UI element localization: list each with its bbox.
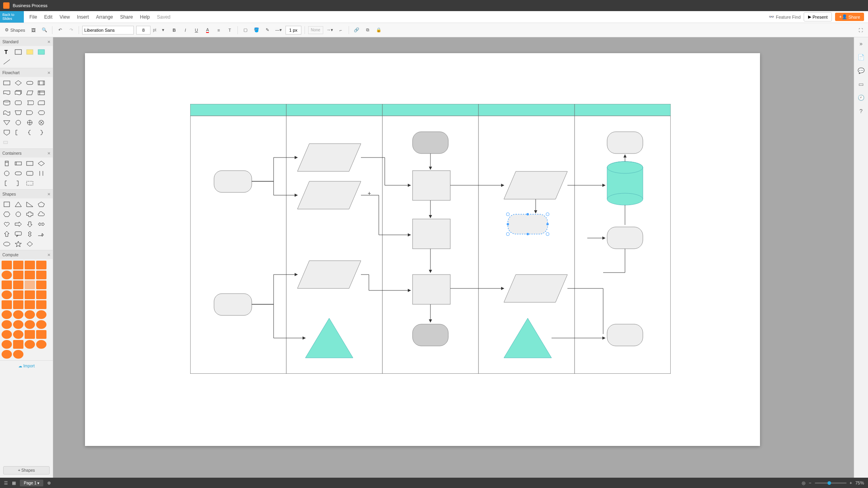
- block-tool[interactable]: [36, 48, 46, 56]
- offpage-shape[interactable]: [2, 128, 12, 137]
- compute-shape-32[interactable]: [36, 330, 46, 339]
- sum-shape[interactable]: [36, 118, 46, 127]
- compute-shape-25[interactable]: [2, 320, 12, 329]
- container-circle[interactable]: [2, 169, 12, 178]
- merge-shape[interactable]: [2, 118, 12, 127]
- import-button[interactable]: ☁ Import: [0, 361, 53, 371]
- compute-shape-36[interactable]: [36, 340, 46, 349]
- compute-shape-34[interactable]: [13, 340, 23, 349]
- compute-shape-38[interactable]: [13, 350, 23, 359]
- add-shapes-button[interactable]: + Shapes: [3, 466, 50, 475]
- swimlane-v[interactable]: [2, 159, 12, 168]
- back-to-slides-button[interactable]: Back to Slides: [0, 11, 24, 23]
- compute-shape-12[interactable]: [36, 281, 46, 289]
- close-icon[interactable]: ✕: [47, 253, 50, 257]
- double-arrow-shape[interactable]: [36, 220, 46, 229]
- compute-shape-26[interactable]: [13, 320, 23, 329]
- container-bracket-r[interactable]: [13, 179, 23, 188]
- compute-shape-2[interactable]: [13, 261, 23, 269]
- note-shape[interactable]: [13, 128, 23, 137]
- underline-button[interactable]: U: [192, 26, 201, 35]
- close-icon[interactable]: ✕: [47, 192, 50, 196]
- updown-arrow-shape[interactable]: [25, 230, 35, 238]
- page-tab[interactable]: Page 1 ▾: [20, 480, 43, 486]
- swatch-shape[interactable]: [2, 138, 12, 147]
- compute-shape-33[interactable]: [2, 340, 12, 349]
- target-icon[interactable]: ◎: [802, 480, 806, 486]
- compute-shape-28[interactable]: [36, 320, 46, 329]
- diamond-shape[interactable]: [25, 240, 35, 248]
- compute-shape-17[interactable]: [2, 300, 12, 309]
- italic-button[interactable]: I: [181, 26, 190, 35]
- menu-arrange[interactable]: Arrange: [96, 14, 113, 20]
- line-route-button[interactable]: ⌐: [337, 26, 345, 35]
- arrow-up-shape[interactable]: [2, 230, 12, 238]
- redo-button[interactable]: ↷: [67, 26, 75, 35]
- card-shape[interactable]: [36, 98, 46, 107]
- menu-view[interactable]: View: [60, 14, 70, 20]
- container-pill[interactable]: [13, 169, 23, 178]
- close-icon[interactable]: ✕: [47, 71, 50, 75]
- compute-shape-16[interactable]: [36, 290, 46, 299]
- document-shape[interactable]: [2, 88, 12, 97]
- layers-button[interactable]: ⧉: [363, 26, 372, 35]
- compute-shape-7[interactable]: [25, 271, 35, 279]
- canvas-area[interactable]: +: [53, 37, 854, 478]
- cloud-shape[interactable]: [36, 210, 46, 219]
- menu-help[interactable]: Help: [140, 14, 150, 20]
- menu-edit[interactable]: Edit: [44, 14, 52, 20]
- line-tool[interactable]: [2, 58, 12, 66]
- pentagon-shape[interactable]: [36, 200, 46, 209]
- share-button[interactable]: +👤 Share: [835, 13, 864, 21]
- compute-shape-29[interactable]: [2, 330, 12, 339]
- text-color-button[interactable]: A: [203, 26, 212, 35]
- panel-header-compute[interactable]: Compute ✕: [0, 250, 53, 259]
- link-button[interactable]: 🔗: [352, 26, 361, 35]
- compute-shape-37[interactable]: [2, 350, 12, 359]
- font-select[interactable]: [82, 26, 134, 35]
- note-tool[interactable]: [25, 48, 35, 56]
- search-button[interactable]: 🔍: [40, 26, 49, 35]
- compute-shape-3[interactable]: [25, 261, 35, 269]
- decision-shape[interactable]: [13, 79, 23, 87]
- compute-shape-31[interactable]: [25, 330, 35, 339]
- panel-header-standard[interactable]: Standard ✕: [0, 37, 53, 46]
- compute-shape-20[interactable]: [36, 300, 46, 309]
- align-button[interactable]: ≡: [214, 26, 223, 35]
- size-stepper[interactable]: ▾: [159, 26, 168, 35]
- rect-tool[interactable]: [13, 48, 23, 56]
- compute-shape-24[interactable]: [36, 310, 46, 319]
- tape-shape[interactable]: [2, 108, 12, 117]
- collapse-icon[interactable]: »: [857, 40, 865, 48]
- comment-icon[interactable]: 💬: [857, 67, 865, 75]
- add-page-icon[interactable]: ⊕: [47, 480, 51, 486]
- connector-shape[interactable]: [13, 118, 23, 127]
- heart-shape[interactable]: [2, 220, 12, 229]
- border-button[interactable]: ▢: [241, 26, 250, 35]
- bent-arrow-shape[interactable]: [36, 230, 46, 238]
- line-width-input[interactable]: [285, 26, 301, 35]
- brace-left-shape[interactable]: [25, 128, 35, 137]
- data-shape[interactable]: [25, 88, 35, 97]
- compute-shape-14[interactable]: [13, 290, 23, 299]
- compute-shape-19[interactable]: [25, 300, 35, 309]
- text-options-button[interactable]: T: [226, 26, 234, 35]
- compute-shape-13[interactable]: [2, 290, 12, 299]
- compute-shape-35[interactable]: [25, 340, 35, 349]
- fill-button[interactable]: 🪣: [252, 26, 261, 35]
- predef-shape[interactable]: [36, 79, 46, 87]
- lock-button[interactable]: 🔒: [374, 26, 383, 35]
- directdata-shape[interactable]: [13, 98, 23, 107]
- callout-shape[interactable]: [13, 230, 23, 238]
- zoom-out-icon[interactable]: −: [809, 480, 811, 485]
- compute-shape-21[interactable]: [2, 310, 12, 319]
- container-rect[interactable]: [25, 159, 35, 168]
- page-icon[interactable]: 📄: [857, 53, 865, 61]
- history-icon[interactable]: 🕘: [857, 94, 865, 102]
- compute-shape-8[interactable]: [36, 271, 46, 279]
- compute-shape-9[interactable]: [2, 281, 12, 289]
- or-shape[interactable]: [25, 118, 35, 127]
- compute-shape-10[interactable]: [13, 281, 23, 289]
- compute-shape-11[interactable]: [25, 281, 35, 289]
- close-icon[interactable]: ✕: [47, 40, 50, 44]
